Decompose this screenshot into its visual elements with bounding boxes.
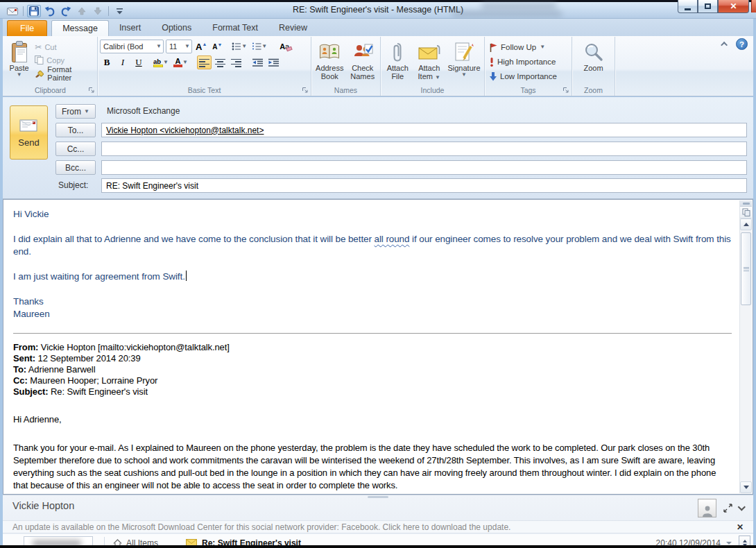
contact-name: Vickie Hopton (12, 500, 74, 511)
activity-mail-item[interactable]: Re: Swift Engineer's visit (186, 538, 301, 545)
screen-edge-strip (0, 545, 756, 548)
to-button[interactable]: To... (55, 123, 96, 137)
tab-file[interactable]: File (7, 20, 47, 36)
send-envelope-icon (19, 117, 39, 132)
copy-icon (35, 55, 44, 65)
address-book-icon (319, 40, 340, 64)
send-button[interactable]: Send (10, 105, 48, 160)
people-pane-resize-grip[interactable] (368, 496, 388, 498)
timestamp-dropdown-arrow[interactable] (726, 542, 732, 545)
font-size-combo[interactable]: 11 ▼ (166, 40, 192, 53)
paste-dropdown-arrow: ▼ (17, 72, 22, 78)
activity-spinner-control[interactable] (739, 536, 750, 545)
cut-scissors-icon: ✂ (35, 42, 42, 52)
scroll-up-button[interactable] (740, 219, 752, 230)
scrollbar-thumb[interactable] (741, 232, 751, 305)
grammar-flagged-text: all round (375, 234, 410, 244)
help-button[interactable]: ? (736, 38, 748, 50)
from-account-value: Microsoft Exchange (107, 106, 180, 116)
scroll-down-button[interactable] (740, 481, 752, 493)
align-left-button[interactable] (197, 55, 212, 69)
align-center-button[interactable] (214, 55, 227, 69)
cc-button[interactable]: Cc... (55, 142, 96, 156)
group-zoom: Zoom Zoom (572, 37, 615, 96)
numbering-button[interactable]: ▼ (250, 40, 268, 53)
font-name-combo[interactable]: Calibri (Bod ▼ (100, 40, 164, 53)
highlight-button[interactable]: ab ▼ (152, 55, 170, 69)
tab-review[interactable]: Review (268, 20, 318, 36)
bcc-button[interactable]: Bcc... (55, 160, 96, 175)
paste-clipboard-icon (10, 40, 29, 64)
check-names-icon (352, 40, 373, 64)
tab-format-text[interactable]: Format Text (202, 20, 268, 36)
clipboard-dialog-launcher[interactable] (87, 86, 96, 94)
font-size-dropdown-arrow: ▼ (184, 44, 190, 49)
thanks-line: Thanks (13, 296, 732, 308)
restore-button[interactable] (698, 0, 718, 13)
vertical-scrollbar[interactable] (739, 200, 752, 493)
decrease-indent-button[interactable] (251, 55, 265, 69)
split-handle[interactable] (740, 200, 752, 207)
check-names-button[interactable]: Check Names (347, 38, 378, 85)
signature-button[interactable]: Signature ▼ (446, 38, 482, 85)
bcc-field[interactable] (101, 160, 747, 175)
high-importance-button[interactable]: High Importance (487, 55, 569, 69)
bullets-button[interactable]: ▼ (230, 40, 248, 53)
expand-people-pane-icon[interactable] (723, 504, 732, 513)
window-title: RE: Swift Engineer's visit - Message (HT… (0, 5, 756, 15)
font-color-button[interactable]: A ▼ (172, 55, 189, 69)
grow-font-button[interactable]: A▲ (194, 40, 208, 53)
contact-avatar[interactable] (698, 499, 716, 517)
address-book-button[interactable]: Address Book (313, 38, 345, 85)
attach-item-button[interactable]: Attach Item ▼ (414, 38, 445, 85)
subject-value: RE: Swift Engineer's visit (106, 181, 198, 191)
group-include: Attach File Attach Item ▼ Signature ▼ In… (381, 37, 485, 96)
clear-formatting-icon: Aa (280, 42, 289, 51)
font-name-dropdown-arrow: ▼ (156, 44, 162, 49)
cc-field[interactable] (101, 142, 747, 156)
italic-button[interactable]: I (116, 55, 130, 69)
all-items-tab[interactable]: All Items (113, 538, 158, 545)
tab-message[interactable]: Message (51, 20, 109, 36)
zoom-button[interactable]: Zoom (577, 38, 610, 85)
collapse-ribbon-button[interactable] (719, 39, 730, 49)
redacted-profile-button[interactable] (24, 536, 93, 545)
notification-close-icon[interactable]: ✕ (737, 522, 744, 532)
magnifier-icon (584, 40, 603, 64)
select-browse-object-icon[interactable] (740, 207, 752, 219)
people-pane: Vickie Hopton An update is available on … (3, 495, 753, 545)
quoted-headers: From: Vickie Hopton [mailto:vickiehopton… (13, 342, 732, 397)
follow-up-button[interactable]: Follow Up ▼ (487, 40, 569, 55)
greeting-line: Hi Vickie (13, 208, 732, 221)
message-body-editor[interactable]: Hi Vickie I did explain all that to Adri… (4, 200, 739, 493)
window-controls: ✕ (678, 0, 749, 13)
people-pane-collapse-chevron[interactable] (738, 503, 746, 511)
tags-dialog-launcher[interactable] (562, 86, 570, 94)
group-basic-text: Calibri (Bod ▼ 11 ▼ A▲ A▼ ▼ (98, 37, 311, 96)
reply-paragraph-2: I am just waiting for agreement from Swi… (13, 271, 732, 283)
cut-button[interactable]: ✂ Cut (33, 40, 95, 53)
increase-indent-button[interactable] (267, 55, 281, 69)
low-importance-button[interactable]: Low Importance (487, 69, 569, 84)
format-painter-button[interactable]: Format Painter (33, 67, 95, 80)
align-left-icon (199, 58, 209, 67)
close-button[interactable]: ✕ (718, 0, 749, 13)
minimize-button[interactable] (678, 0, 698, 13)
subject-field[interactable]: RE: Swift Engineer's visit (101, 178, 747, 193)
shrink-font-button[interactable]: A▼ (210, 40, 224, 53)
underline-button[interactable]: U (132, 55, 146, 69)
from-button[interactable]: From▼ (55, 104, 96, 119)
paste-button[interactable]: Paste ▼ (6, 38, 33, 85)
group-clipboard: Paste ▼ ✂ Cut Copy (3, 37, 98, 96)
to-field[interactable]: Vickie Hopton <vickiehopton@talktalk.net… (101, 123, 747, 137)
clear-formatting-button[interactable]: Aa (277, 40, 291, 53)
bold-button[interactable]: B (100, 55, 114, 69)
notification-text[interactable]: An update is available on the Microsoft … (12, 522, 510, 532)
basic-text-dialog-launcher[interactable] (301, 86, 309, 94)
ribbon: Paste ▼ ✂ Cut Copy (3, 36, 753, 96)
align-right-button[interactable] (230, 55, 243, 69)
tab-options[interactable]: Options (151, 20, 202, 36)
background-window-close-sliver (751, 0, 756, 12)
tab-insert[interactable]: Insert (109, 20, 151, 36)
attach-file-button[interactable]: Attach File (383, 38, 413, 85)
